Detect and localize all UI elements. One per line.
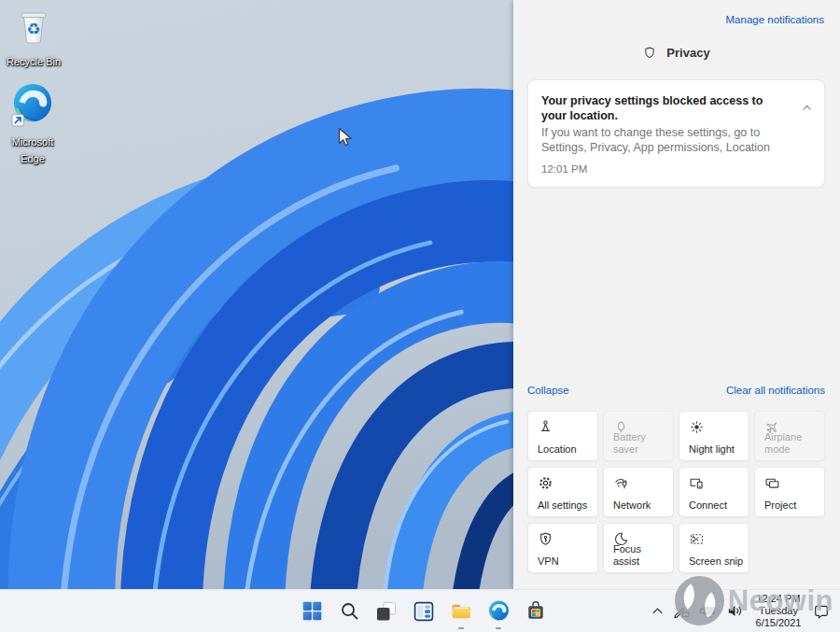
clear-all-notifications-link[interactable]: Clear all notifications xyxy=(726,385,825,396)
desktop-icon-label: Recycle Bin xyxy=(7,56,61,67)
windows-start-icon xyxy=(301,599,324,623)
edge-icon xyxy=(487,599,511,623)
collapse-link[interactable]: Collapse xyxy=(527,385,569,396)
edge-button[interactable] xyxy=(486,590,511,632)
tile-label: Night light xyxy=(689,443,746,456)
tile-label: Project xyxy=(764,499,821,512)
tile-focus-assist[interactable]: Focus assist xyxy=(603,523,674,573)
recycle-bin-icon: ♻ xyxy=(3,6,64,50)
notification-timestamp: 12:01 PM xyxy=(541,163,811,175)
search-button[interactable] xyxy=(337,590,361,632)
widgets-button[interactable] xyxy=(412,590,436,632)
tile-night-light[interactable]: Night light xyxy=(679,411,749,461)
tile-label: All settings xyxy=(538,499,595,512)
vpn-icon xyxy=(538,531,553,547)
tile-all-settings[interactable]: All settings xyxy=(527,467,598,517)
quick-actions-header-row: Collapse Clear all notifications xyxy=(527,385,825,396)
system-tray: 12:24 PM Tuesday 6/15/2021 xyxy=(651,590,840,632)
project-icon xyxy=(764,475,780,491)
running-indicator xyxy=(458,627,464,629)
tile-airplane-mode[interactable]: Airplane mode xyxy=(754,411,825,461)
notification-group-title: Privacy xyxy=(666,46,709,60)
clock-time: 12:24 PM xyxy=(756,593,802,605)
tile-label: Screen snip xyxy=(689,555,746,568)
running-indicator xyxy=(496,627,501,629)
svg-text:♻: ♻ xyxy=(26,20,40,38)
notification-body: If you want to change these settings, go… xyxy=(541,125,811,155)
settings-icon xyxy=(538,475,553,491)
microsoft-store-button[interactable] xyxy=(524,590,548,632)
privacy-notification-card[interactable]: Your privacy settings blocked access to … xyxy=(527,79,825,188)
privacy-shield-icon xyxy=(643,47,656,60)
taskbar-app-icons xyxy=(300,590,548,632)
desktop-icon-recycle-bin[interactable]: ♻ Recycle Bin xyxy=(3,6,64,69)
tile-network[interactable]: Network xyxy=(603,467,674,517)
location-icon xyxy=(538,419,553,435)
taskbar: 12:24 PM Tuesday 6/15/2021 xyxy=(0,589,840,632)
network-tray-icon[interactable] xyxy=(699,590,718,632)
show-hidden-icons-chevron[interactable] xyxy=(651,590,665,632)
tile-battery-saver[interactable]: Battery saver xyxy=(603,411,674,461)
tile-project[interactable]: Project xyxy=(754,467,825,517)
taskbar-clock[interactable]: 12:24 PM Tuesday 6/15/2021 xyxy=(752,590,805,632)
task-view-icon xyxy=(375,600,398,623)
tile-label: Airplane mode xyxy=(764,431,821,455)
collapse-notification-chevron-icon[interactable] xyxy=(801,101,813,118)
tile-vpn[interactable]: VPN xyxy=(527,523,598,573)
notification-center-panel: Manage notifications Privacy Your privac… xyxy=(513,0,840,589)
tile-connect[interactable]: Connect xyxy=(679,467,749,517)
volume-tray-icon[interactable] xyxy=(726,590,744,632)
tile-label: Focus assist xyxy=(613,543,670,567)
widgets-icon xyxy=(413,600,435,623)
search-icon xyxy=(339,600,360,622)
manage-notifications-link[interactable]: Manage notifications xyxy=(726,14,824,25)
tile-location[interactable]: Location xyxy=(527,411,598,461)
tile-label: Location xyxy=(538,443,595,456)
network-icon xyxy=(613,475,629,491)
tile-label: Connect xyxy=(689,499,746,512)
microsoft-store-icon xyxy=(525,600,547,623)
quick-actions-grid: LocationBattery saverNight lightAirplane… xyxy=(527,411,825,573)
connect-icon xyxy=(689,475,705,491)
windows-11-desktop-screen: ♻ Recycle Bin xyxy=(0,0,840,632)
tile-label: Battery saver xyxy=(613,431,670,455)
clock-date: 6/15/2021 xyxy=(756,617,802,629)
mouse-cursor xyxy=(338,127,354,152)
notification-title: Your privacy settings blocked access to … xyxy=(541,93,811,123)
notifications-tray-icon[interactable] xyxy=(813,590,830,632)
notification-group-header: Privacy xyxy=(513,46,840,60)
clock-day: Tuesday xyxy=(756,605,802,617)
start-button[interactable] xyxy=(300,590,324,632)
desktop-icon-label: Microsoft Edge xyxy=(12,136,54,164)
night-light-icon xyxy=(689,419,705,435)
file-explorer-button[interactable] xyxy=(449,590,473,632)
task-view-button[interactable] xyxy=(374,590,399,632)
pen-input-icon[interactable] xyxy=(673,590,691,632)
screen-snip-icon xyxy=(689,531,705,547)
edge-icon xyxy=(2,82,63,131)
file-explorer-icon xyxy=(450,599,473,623)
desktop-icon-microsoft-edge[interactable]: Microsoft Edge xyxy=(2,82,63,166)
tile-label: Network xyxy=(613,499,670,512)
tile-label: VPN xyxy=(538,555,595,568)
tile-screen-snip[interactable]: Screen snip xyxy=(679,523,749,573)
